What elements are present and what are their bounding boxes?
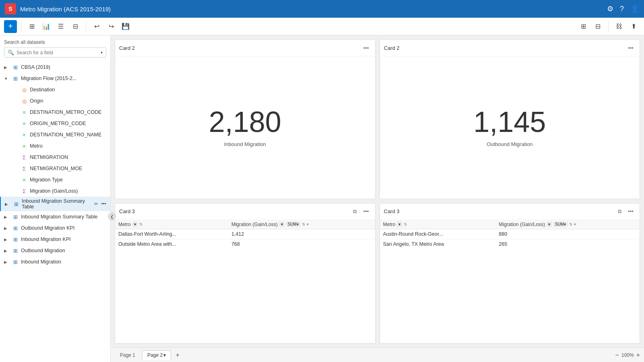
migration-expand-icon-2[interactable]: ▾ bbox=[574, 222, 576, 226]
search-icon: 🔍 bbox=[8, 49, 14, 56]
card-view-button[interactable]: ⊞ bbox=[25, 20, 38, 33]
sidebar-item-dest-metro-code[interactable]: ≡ DESTINATION_METRO_CODE bbox=[0, 107, 110, 118]
view-toggle-1[interactable]: ⊞ bbox=[577, 20, 590, 33]
metro-cell: San Angelo, TX Metro Area bbox=[380, 239, 496, 249]
add-page-button[interactable]: + bbox=[173, 350, 182, 360]
card-inbound-more-button[interactable]: ••• bbox=[361, 43, 371, 53]
search-label: Search all datasets bbox=[4, 39, 106, 45]
sum-badge-2[interactable]: SUM▾ bbox=[553, 222, 568, 227]
card-outbound-body: 1,145 Outbound Migration bbox=[380, 56, 640, 199]
sidebar-item-outbound-migration[interactable]: ▶ ⊞ Outbound Migration bbox=[0, 245, 110, 256]
add-button[interactable]: + bbox=[4, 20, 17, 33]
settings-icon[interactable]: ⚙ bbox=[607, 4, 613, 13]
card-inbound-table-copy-button[interactable]: ⧉ bbox=[350, 207, 360, 216]
sidebar-item-netmigration[interactable]: Σ NETMIGRATION bbox=[0, 152, 110, 163]
table-button[interactable]: ⊟ bbox=[69, 20, 82, 33]
toolbar: + ⊞ 📊 ☰ ⊟ ↩ ↪ 💾 ⊞ ⊟ ⛓ ⬆ bbox=[0, 18, 644, 35]
inbound-summary-edit-icon[interactable]: ✏ bbox=[93, 200, 99, 208]
value-cell: 768 bbox=[228, 239, 375, 249]
outbound-migration-expander: ▶ bbox=[4, 249, 10, 253]
redo-button[interactable]: ↪ bbox=[105, 20, 118, 33]
card-inbound-table-header: Card 3 ⧉ ••• bbox=[115, 204, 375, 220]
destination-label: Destination bbox=[30, 87, 107, 93]
connect-button[interactable]: ⛓ bbox=[613, 20, 625, 33]
export-button[interactable]: ⬆ bbox=[627, 20, 640, 33]
sidebar-item-destination[interactable]: ◎ Destination bbox=[0, 84, 110, 95]
card-inbound-table-actions: ⧉ ••• bbox=[350, 207, 371, 216]
inbound-summary-more-icon[interactable]: ••• bbox=[100, 200, 107, 208]
migration-sort-icon-2[interactable]: ⇅ bbox=[569, 222, 572, 226]
outbound-migration-icon: ⊞ bbox=[12, 248, 19, 254]
inbound-summary-actions: ✏ ••• bbox=[93, 200, 107, 208]
card-inbound-table-more-button[interactable]: ••• bbox=[361, 207, 371, 216]
list-button[interactable]: ☰ bbox=[54, 20, 67, 33]
card-outbound-table-title: Card 3 bbox=[384, 208, 615, 214]
sidebar-item-inbound-migration[interactable]: ▶ ⊞ Inbound Migration bbox=[0, 256, 110, 267]
inbound-kpi-label: Inbound Migration KPI bbox=[21, 237, 107, 242]
page-tab-1[interactable]: Page 1 bbox=[115, 350, 140, 360]
save-button[interactable]: 💾 bbox=[119, 20, 132, 33]
sidebar-item-netmigration-moe[interactable]: Σ NETMIGRATION_MOE bbox=[0, 163, 110, 174]
toolbar-sep-3 bbox=[608, 22, 609, 31]
cbsa-label: CBSA (2019) bbox=[21, 64, 107, 70]
metro-sort-icon[interactable]: ⇅ bbox=[139, 222, 142, 226]
search-dropdown-icon[interactable]: ▾ bbox=[101, 50, 103, 55]
undo-button[interactable]: ↩ bbox=[90, 20, 103, 33]
page-tab-2-dropdown-icon[interactable]: ▾ bbox=[163, 352, 166, 358]
sidebar-item-orig-metro-code[interactable]: ≡ ORIGIN_METRO_CODE bbox=[0, 118, 110, 129]
sidebar-item-origin[interactable]: ◎ Origin bbox=[0, 95, 110, 107]
metro-sort-icon-2[interactable]: ⇅ bbox=[404, 222, 407, 226]
metro-filter-dropdown-2[interactable]: ▾ bbox=[397, 222, 402, 227]
card-inbound-title: Card 2 bbox=[119, 45, 361, 51]
migflow-more-icon[interactable]: ••• bbox=[100, 75, 107, 82]
help-icon[interactable]: ? bbox=[620, 5, 624, 13]
app-logo: S bbox=[5, 3, 16, 14]
card-outbound-table-actions: ⧉ ••• bbox=[615, 207, 636, 216]
card-outbound-more-button[interactable]: ••• bbox=[626, 43, 636, 53]
sidebar-item-cbsa[interactable]: ▶ ⊞ CBSA (2019) bbox=[0, 62, 110, 73]
chart-button[interactable]: 📊 bbox=[40, 20, 53, 33]
sidebar-item-inbound-kpi[interactable]: ▶ ⊞ Inbound Migration KPI bbox=[0, 234, 110, 245]
card-outbound-metric: Outbound Migration bbox=[487, 141, 533, 147]
col-metro-header: Metro ▾ ⇅ bbox=[115, 220, 228, 229]
table-row: Outside Metro Area with...768 bbox=[115, 239, 375, 249]
netmigration-moe-label: NETMIGRATION_MOE bbox=[30, 166, 107, 171]
inbound-migration-expander: ▶ bbox=[4, 260, 10, 264]
page-tab-2[interactable]: Page 2 ▾ bbox=[142, 350, 171, 360]
netmigration-moe-icon: Σ bbox=[21, 166, 27, 172]
card-outbound-table-more-button[interactable]: ••• bbox=[626, 207, 636, 216]
metro-label: Metro bbox=[30, 143, 107, 149]
sidebar-item-migflow[interactable]: ▼ ⊞ Migration Flow (2015-2... ✏ ••• bbox=[0, 73, 110, 84]
migration-filter-dropdown[interactable]: ▾ bbox=[279, 222, 285, 227]
sidebar-collapse-button[interactable]: ❮ bbox=[108, 212, 116, 220]
migration-filter-dropdown-2[interactable]: ▾ bbox=[547, 222, 552, 227]
sidebar-item-migration-type[interactable]: ≡ Migration Type bbox=[0, 174, 110, 185]
card-outbound-table: Card 3 ⧉ ••• Metro bbox=[380, 203, 640, 344]
main-area: Card 2 ••• 2,180 Inbound Migration Card … bbox=[111, 35, 644, 362]
migration-expand-icon[interactable]: ▾ bbox=[307, 222, 309, 226]
migration-sort-icon[interactable]: ⇅ bbox=[302, 222, 305, 226]
migflow-edit-icon[interactable]: ✏ bbox=[93, 75, 99, 82]
zoom-in-button[interactable]: + bbox=[636, 352, 640, 359]
view-toggle-2[interactable]: ⊟ bbox=[591, 20, 604, 33]
value-cell: 265 bbox=[495, 239, 640, 249]
sum-badge[interactable]: SUM▾ bbox=[286, 222, 300, 227]
sidebar-tree: ▶ ⊞ CBSA (2019) ▼ ⊞ Migration Flow (2015… bbox=[0, 60, 110, 362]
sidebar-item-inbound-summary[interactable]: ▶ ⊞ Inbound Migration Summary Table ✏ ••… bbox=[0, 197, 110, 211]
sidebar-item-metro[interactable]: ≡ Metro bbox=[0, 140, 110, 152]
dest-metro-name-label: DESTINATION_METRO_NAME bbox=[30, 132, 107, 138]
card-outbound-table-copy-button[interactable]: ⧉ bbox=[615, 207, 624, 216]
zoom-out-button[interactable]: − bbox=[615, 352, 619, 359]
user-icon[interactable]: 👤 bbox=[630, 4, 639, 13]
sidebar-item-inbound-summary-table[interactable]: ▶ ⊞ Inbound Migration Summary Table bbox=[0, 211, 110, 222]
card-inbound-table: Card 3 ⧉ ••• Metro bbox=[115, 203, 376, 344]
inbound-summary-table-label: Inbound Migration Summary Table bbox=[21, 214, 107, 220]
sidebar-item-migration-gainloss[interactable]: Σ Migration (Gain/Loss) bbox=[0, 185, 110, 197]
sidebar-item-dest-metro-name[interactable]: ≡ DESTINATION_METRO_NAME bbox=[0, 129, 110, 140]
dest-metro-name-icon: ≡ bbox=[21, 132, 27, 138]
search-input[interactable] bbox=[17, 50, 98, 56]
sidebar-item-outbound-kpi[interactable]: ▶ ⊞ Outbound Migration KPI bbox=[0, 222, 110, 234]
card-outbound-data-table: Metro ▾ ⇅ Migration (G bbox=[380, 220, 640, 249]
inbound-migration-label: Inbound Migration bbox=[21, 259, 107, 265]
metro-filter-dropdown[interactable]: ▾ bbox=[132, 222, 138, 227]
